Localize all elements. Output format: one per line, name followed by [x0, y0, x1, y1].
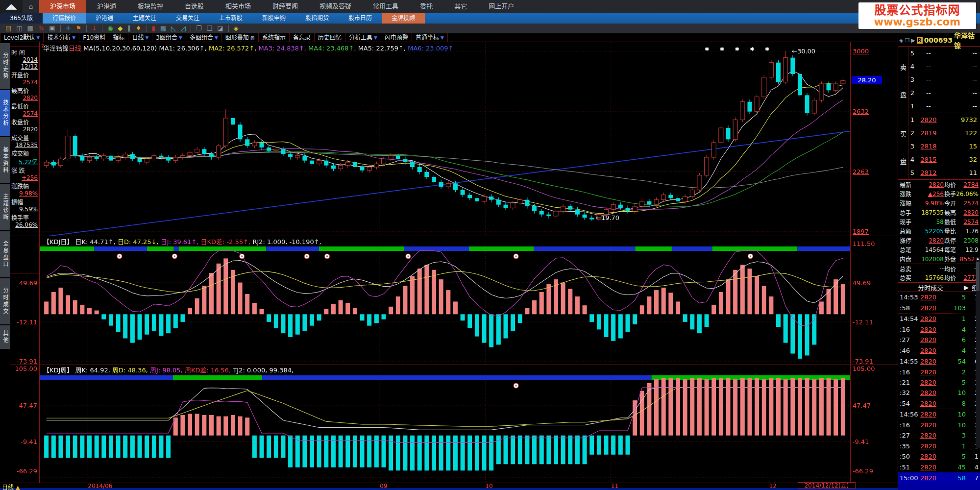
top-menu-item-0[interactable]: 沪深市场	[39, 0, 86, 13]
tick-row-3[interactable]: :16282041	[898, 324, 980, 334]
signal-light-icon[interactable]: ◉	[107, 24, 113, 33]
top-menu-item-3[interactable]: 自选股	[174, 0, 215, 13]
home-icon[interactable]: ⌂	[23, 2, 39, 10]
tool-button-5[interactable]: 3图组合▼	[152, 33, 186, 42]
top-menu-item-9[interactable]: 其它	[443, 0, 478, 13]
side-tab-1[interactable]: 技术分析	[0, 90, 10, 136]
side-tab-0[interactable]: 分时走势	[0, 43, 10, 89]
kdj-daily-canvas[interactable]	[39, 244, 850, 365]
candle-icon[interactable]: ▮	[152, 24, 155, 33]
sub-menu-item-0[interactable]: 365头版	[0, 13, 43, 24]
pin-icon[interactable]: ↓	[92, 24, 97, 33]
chart2-icon[interactable]: ◪	[217, 24, 223, 33]
tool-button-1[interactable]: 技术分析▼	[44, 33, 79, 42]
sub-menu-item-3[interactable]: 主题关注	[123, 13, 166, 24]
tick-row-1[interactable]: :5828201037	[898, 302, 980, 313]
bell-icon[interactable]: ♦	[136, 24, 142, 33]
main-chart-canvas[interactable]	[39, 42, 850, 236]
bubble-icon[interactable]: ❑	[207, 24, 213, 33]
tool-button-4[interactable]: 日线▼	[128, 33, 152, 42]
order-row[interactable]: 22819122	[898, 126, 980, 140]
top-menu-item-7[interactable]: 常用工具	[362, 0, 409, 13]
chart-window-icon[interactable]: ◫	[16, 24, 22, 33]
top-menu-item-6[interactable]: 视频及答疑	[309, 0, 362, 13]
tick-row-12[interactable]: :162820103	[898, 420, 980, 430]
tool-button-8[interactable]: 系统指示	[259, 33, 290, 42]
tool-button-7[interactable]: 图形叠加⋒	[222, 33, 259, 42]
grid-icon[interactable]: ▦	[27, 24, 33, 33]
order-row[interactable]: 5----	[898, 47, 980, 60]
sub-menu-item-8[interactable]: 股市日历	[339, 13, 382, 24]
last-tick-row[interactable]: 15:00 2820 58 7	[898, 472, 980, 483]
order-row[interactable]: 4----	[898, 60, 980, 73]
order-row[interactable]: 3----	[898, 73, 980, 86]
side-tab-3[interactable]: 主题诊断	[0, 184, 10, 230]
tick-row-8[interactable]: :21282051	[898, 377, 980, 388]
sub-menu-item-1[interactable]: 行情报价	[43, 13, 86, 24]
diamond2-icon[interactable]: ◈	[234, 24, 239, 33]
tool-button-12[interactable]: 闪电预警	[381, 33, 412, 42]
tick-row-5[interactable]: :46282043	[898, 345, 980, 355]
tool-button-3[interactable]: 指标	[109, 33, 128, 42]
diamond-icon[interactable]: ◆	[118, 24, 122, 33]
app-logo-icon[interactable]: ◢◣	[0, 0, 23, 13]
side-tab-5[interactable]: 分时成交	[0, 278, 10, 324]
tool-button-11[interactable]: 分析工具▼	[345, 33, 381, 42]
tick-scrollbar[interactable]: ▲	[976, 257, 980, 448]
sub-menu-item-6[interactable]: 新股申购	[252, 13, 295, 24]
tick-row-14[interactable]: :35282011	[898, 441, 980, 451]
tick-row-4[interactable]: :27282062	[898, 335, 980, 345]
order-row[interactable]: 2----	[898, 86, 980, 99]
top-menu-item-5[interactable]: 财经要闻	[262, 0, 309, 13]
tick-row-0[interactable]: 14:53282051	[898, 292, 980, 302]
top-menu-item-2[interactable]: 板块监控	[127, 0, 174, 13]
kdj-weekly-canvas[interactable]	[39, 373, 850, 483]
help-icon[interactable]: ?	[41, 43, 44, 49]
window-icon[interactable]: ❐	[905, 37, 909, 44]
diagnose-icon[interactable]: ◈	[899, 37, 903, 44]
image-icon[interactable]: ▩	[160, 24, 166, 33]
move-cross-icon[interactable]: ✛	[66, 24, 71, 33]
tick-row-15[interactable]: :50282051	[898, 451, 980, 462]
tick-row-11[interactable]: 14:562820101	[898, 409, 980, 419]
tick-row-13[interactable]: :27282031	[898, 430, 980, 441]
tool-button-13[interactable]: 普通坐标▼	[412, 33, 448, 42]
tool-button-0[interactable]: Level2默认▼	[0, 33, 44, 42]
folder-icon[interactable]: ▤	[5, 24, 11, 33]
top-menu-item-8[interactable]: 委托	[409, 0, 443, 13]
tool-button-6[interactable]: 多图组合▼	[186, 33, 222, 42]
top-menu-item-10[interactable]: 网上开户	[478, 0, 525, 13]
sub-menu-item-2[interactable]: 沪港通	[86, 13, 123, 24]
tick-list-header[interactable]: 分时成交 ▶ 细	[898, 282, 980, 292]
order-row[interactable]: 4281532	[898, 153, 980, 166]
order-row[interactable]: 128209732	[898, 113, 980, 126]
tick-row-9[interactable]: :322820102	[898, 388, 980, 398]
tick-row-6[interactable]: 14:552820546	[898, 356, 980, 367]
pause-icon[interactable]: ‖	[127, 24, 131, 33]
tick-row-10[interactable]: :54282082	[898, 398, 980, 409]
top-menu-item-1[interactable]: 沪港通	[86, 0, 127, 13]
ruler2-icon[interactable]: ◿	[181, 24, 186, 33]
percent-icon[interactable]: %	[38, 24, 44, 33]
next-page-icon[interactable]: ▶	[911, 37, 915, 44]
ruler-icon[interactable]: ◺	[171, 24, 176, 33]
period-label[interactable]: 日线 ▲	[2, 483, 20, 490]
side-tab-6[interactable]: 其他	[0, 325, 10, 349]
tick-row-2[interactable]: 14:54282012	[898, 313, 980, 324]
tick-row-16[interactable]: :512820454	[898, 462, 980, 472]
tool-button-9[interactable]: 备忘录	[290, 33, 315, 42]
top-menu-item-4[interactable]: 相关市场	[215, 0, 262, 13]
tool-button-2[interactable]: F10资料	[79, 33, 109, 42]
order-row[interactable]: 5281211	[898, 166, 980, 179]
flag-icon[interactable]: ⚑	[75, 24, 81, 33]
info-card-icon[interactable]: ▣	[49, 24, 55, 33]
sub-menu-item-9[interactable]: 金牌投顾	[382, 13, 425, 24]
side-tab-2[interactable]: 基本资料	[0, 137, 10, 183]
order-row[interactable]: 3281815	[898, 140, 980, 153]
sub-menu-item-5[interactable]: 上市新股	[209, 13, 252, 24]
expand-arrow-icon[interactable]: ▶	[964, 284, 969, 291]
sub-menu-item-4[interactable]: 交易关注	[166, 13, 209, 24]
window-icon[interactable]: ❐	[196, 24, 202, 33]
tick-row-7[interactable]: :16282021	[898, 367, 980, 377]
sub-menu-item-7[interactable]: 股指期货	[295, 13, 339, 24]
